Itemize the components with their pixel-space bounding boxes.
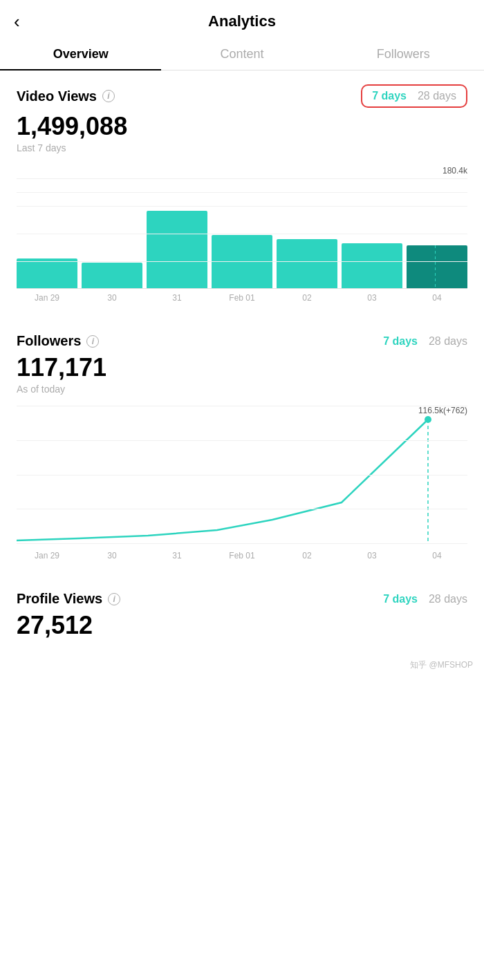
video-views-value: 1,499,088 bbox=[17, 112, 467, 141]
followers-title: Followers bbox=[17, 333, 81, 349]
x-axis-label: 02 bbox=[277, 293, 337, 303]
video-views-title: Video Views bbox=[17, 88, 97, 104]
video-views-section: Video Views i 7 days 28 days 1,499,088 L… bbox=[0, 70, 484, 303]
x-axis-label: Feb 01 bbox=[212, 293, 272, 303]
profile-views-7days-btn[interactable]: 7 days bbox=[383, 593, 418, 605]
video-views-28days-btn[interactable]: 28 days bbox=[418, 90, 456, 102]
followers-section: Followers i 7 days 28 days 117,171 As of… bbox=[0, 319, 484, 560]
followers-sub-label: As of today bbox=[17, 384, 467, 395]
followers-7days-btn[interactable]: 7 days bbox=[383, 335, 418, 348]
video-views-info-icon[interactable]: i bbox=[102, 90, 115, 102]
back-button[interactable]: ‹ bbox=[14, 11, 20, 32]
profile-views-28days-btn[interactable]: 28 days bbox=[429, 593, 467, 605]
x-axis-label: 31 bbox=[147, 293, 207, 303]
watermark: 知乎 @MFSHOP bbox=[0, 655, 484, 682]
x-axis-label: Jan 29 bbox=[17, 551, 77, 560]
bar-item bbox=[147, 178, 207, 288]
followers-value: 117,171 bbox=[17, 353, 467, 382]
bar-item bbox=[277, 178, 337, 288]
x-axis-label: 04 bbox=[407, 551, 467, 560]
bar-item bbox=[212, 178, 272, 288]
followers-period-selector: 7 days 28 days bbox=[383, 335, 467, 348]
x-axis-label: 03 bbox=[342, 551, 402, 560]
profile-views-value: 27,512 bbox=[17, 611, 467, 640]
bar-item bbox=[342, 178, 402, 288]
header: ‹ Analytics bbox=[0, 0, 484, 37]
x-axis-label: 31 bbox=[147, 551, 207, 560]
x-axis-label: 30 bbox=[82, 551, 142, 560]
x-axis-label: 03 bbox=[342, 293, 402, 303]
followers-chart: 116.5k(+762) Jan 293031Feb 01020304 bbox=[17, 406, 467, 560]
tab-bar: Overview Content Followers bbox=[0, 37, 484, 70]
tab-content[interactable]: Content bbox=[161, 37, 322, 70]
followers-info-icon[interactable]: i bbox=[86, 335, 99, 348]
profile-views-title: Profile Views bbox=[17, 591, 102, 607]
profile-views-section: Profile Views i 7 days 28 days 27,512 bbox=[0, 577, 484, 655]
video-views-7days-btn[interactable]: 7 days bbox=[372, 90, 407, 102]
x-axis-label: 30 bbox=[82, 293, 142, 303]
profile-views-info-icon[interactable]: i bbox=[108, 593, 120, 605]
video-views-sub-label: Last 7 days bbox=[17, 142, 467, 153]
bar-item bbox=[17, 178, 77, 288]
bar-item bbox=[407, 178, 467, 288]
x-axis-label: 04 bbox=[407, 293, 467, 303]
x-axis-label: Jan 29 bbox=[17, 293, 77, 303]
x-axis-label: 02 bbox=[277, 551, 337, 560]
bar-item bbox=[82, 178, 142, 288]
tab-followers[interactable]: Followers bbox=[323, 37, 484, 70]
page-title: Analytics bbox=[208, 12, 276, 30]
video-views-chart: 180.4k Jan 293031Feb 01020304 bbox=[17, 164, 467, 303]
svg-point-1 bbox=[425, 416, 431, 423]
video-views-period-selector: 7 days 28 days bbox=[361, 84, 467, 108]
profile-views-period-selector: 7 days 28 days bbox=[383, 593, 467, 605]
tab-overview[interactable]: Overview bbox=[0, 37, 161, 70]
x-axis-label: Feb 01 bbox=[212, 551, 272, 560]
followers-28days-btn[interactable]: 28 days bbox=[429, 335, 467, 348]
